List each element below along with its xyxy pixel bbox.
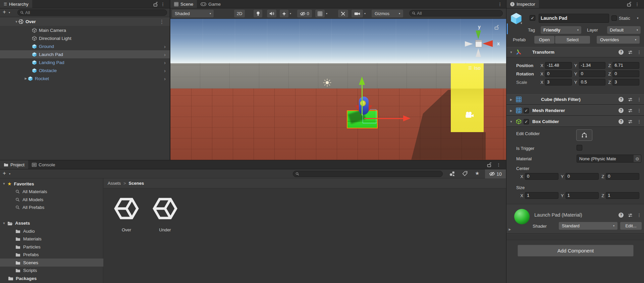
open-prefab-chevron-icon[interactable]: ›: [164, 68, 166, 73]
mesh-renderer-enabled-checkbox[interactable]: ✓: [524, 108, 529, 113]
prefab-icon-caret[interactable]: ▾: [521, 21, 522, 25]
lighting-toggle-button[interactable]: [254, 10, 262, 17]
lock-icon[interactable]: [487, 162, 491, 167]
tree-all-models[interactable]: All Models: [0, 195, 103, 204]
tools-button[interactable]: [338, 10, 348, 17]
fold-open-icon[interactable]: ▼: [2, 222, 6, 225]
gizmo-minus-y-cone[interactable]: [476, 48, 481, 57]
filter-by-type-icon[interactable]: [449, 171, 455, 176]
project-search-input[interactable]: [293, 171, 443, 177]
scene-row-menu-icon[interactable]: ⋮: [159, 19, 164, 25]
hierarchy-item-launch-pad[interactable]: Launch Pad ›: [0, 50, 170, 58]
fold-open-icon[interactable]: ▼: [14, 20, 18, 23]
inspector-menu-icon[interactable]: ⋮: [635, 2, 639, 7]
gizmo-y-cone[interactable]: [476, 31, 481, 39]
scale-x-field[interactable]: 3: [545, 79, 572, 86]
view-lock-icon[interactable]: [494, 25, 499, 30]
help-icon[interactable]: ?: [619, 97, 624, 102]
asset-over[interactable]: Over: [113, 196, 140, 232]
hierarchy-item-directional-light[interactable]: Directional Light: [0, 34, 170, 42]
component-menu-icon[interactable]: ⋮: [637, 50, 641, 55]
hidden-objects-button[interactable]: 0: [297, 10, 312, 17]
favorites-star-icon[interactable]: ★: [475, 170, 479, 176]
rotation-x-field[interactable]: 0: [545, 70, 572, 77]
size-y-field[interactable]: 1: [566, 192, 599, 199]
center-y-field[interactable]: 0: [566, 173, 599, 180]
hierarchy-search-input[interactable]: All: [17, 9, 167, 16]
size-z-field[interactable]: 1: [606, 192, 639, 199]
box-collider-enabled-checkbox[interactable]: ✓: [524, 119, 529, 124]
hierarchy-item-main-camera[interactable]: Main Camera: [0, 26, 170, 34]
scene-viewport[interactable]: y x ☰ Iso: [170, 19, 506, 160]
open-prefab-chevron-icon[interactable]: ›: [164, 52, 166, 57]
tree-folder-scenes[interactable]: Scenes: [0, 259, 103, 267]
tree-favorites[interactable]: ▼ ★ Favorites: [0, 180, 103, 188]
view-mode-label[interactable]: ☰ Iso: [468, 65, 481, 71]
open-prefab-chevron-icon[interactable]: ›: [164, 44, 166, 49]
tab-console[interactable]: Console: [28, 160, 59, 169]
component-menu-icon[interactable]: ⋮: [637, 119, 641, 124]
tab-inspector[interactable]: i Inspector: [506, 0, 539, 8]
gizmo-center-handle[interactable]: [360, 100, 366, 106]
tree-folder-audio[interactable]: Audio: [0, 227, 103, 235]
mesh-renderer-header[interactable]: ▶ ✓ Mesh Renderer ? ⋮: [506, 105, 644, 116]
position-y-field[interactable]: -1.34: [579, 62, 606, 69]
presets-icon[interactable]: [628, 108, 633, 113]
shader-dropdown[interactable]: Standard ▾: [559, 222, 618, 230]
orientation-gizmo[interactable]: y x ☰ Iso: [462, 23, 504, 74]
tag-dropdown[interactable]: Friendly ▾: [541, 26, 581, 34]
grid-snap-button[interactable]: [315, 10, 325, 17]
gameobject-name-field[interactable]: Launch Pad: [539, 14, 609, 23]
tab-hierarchy[interactable]: ☰ Hierarchy: [0, 0, 32, 8]
gizmo-y-axis-line[interactable]: [362, 84, 363, 115]
tab-game[interactable]: Game: [197, 0, 224, 8]
lock-icon[interactable]: [627, 2, 631, 7]
breadcrumb-root[interactable]: Assets: [108, 181, 121, 186]
material-edit-button[interactable]: Edit...: [620, 222, 642, 230]
layer-dropdown[interactable]: Default ▾: [607, 26, 641, 34]
fold-open-icon[interactable]: ▼: [509, 51, 513, 54]
fold-open-icon[interactable]: ▼: [2, 182, 6, 185]
create-button[interactable]: +: [3, 9, 6, 15]
scene-search-input[interactable]: All: [409, 10, 503, 16]
component-menu-icon[interactable]: ⋮: [637, 213, 641, 218]
position-x-field[interactable]: -11.48: [545, 62, 572, 69]
create-button[interactable]: +: [3, 170, 6, 177]
scale-z-field[interactable]: 3: [612, 79, 639, 86]
hierarchy-menu-icon[interactable]: ⋮: [161, 2, 165, 7]
rotation-z-field[interactable]: 0: [612, 70, 639, 77]
center-x-field[interactable]: 0: [525, 173, 558, 180]
help-icon[interactable]: ?: [619, 108, 624, 113]
presets-icon[interactable]: [628, 97, 633, 102]
component-menu-icon[interactable]: ⋮: [637, 97, 641, 102]
size-x-field[interactable]: 1: [525, 192, 558, 199]
fold-closed-icon[interactable]: ▶: [24, 77, 28, 80]
hierarchy-item-ground[interactable]: Ground ›: [0, 42, 170, 50]
component-menu-icon[interactable]: ⋮: [637, 108, 641, 113]
asset-under[interactable]: Under: [152, 196, 178, 232]
gizmos-dropdown[interactable]: Gizmos ▾: [372, 10, 403, 17]
tab-project[interactable]: Project: [0, 160, 28, 169]
gizmo-minus-x-cone[interactable]: [465, 41, 473, 47]
tree-all-prefabs[interactable]: All Prefabs: [0, 204, 103, 212]
gizmo-x-arrowhead[interactable]: [403, 115, 411, 121]
presets-icon[interactable]: [628, 50, 633, 55]
is-trigger-checkbox[interactable]: [577, 145, 582, 151]
hierarchy-item-obstacle[interactable]: Obstacle ›: [0, 66, 170, 74]
camera-caret-icon[interactable]: ▾: [364, 12, 366, 15]
effects-caret-icon[interactable]: ▾: [290, 12, 291, 15]
scene-menu-icon[interactable]: ⋮: [498, 2, 502, 7]
box-collider-header[interactable]: ▼ ✓ Box Collider ? ⋮: [506, 116, 644, 127]
grid-caret-icon[interactable]: ▾: [326, 12, 327, 15]
edit-collider-button[interactable]: [576, 129, 592, 141]
2d-toggle-button[interactable]: 2D: [234, 10, 245, 17]
gizmo-y-arrowhead[interactable]: [359, 76, 365, 85]
transform-header[interactable]: ▼ Transform ? ⋮: [506, 47, 644, 57]
fold-closed-icon[interactable]: ▶: [509, 109, 513, 112]
open-prefab-chevron-icon[interactable]: ›: [164, 60, 166, 65]
active-checkbox[interactable]: ✓: [530, 15, 535, 21]
prefab-select-button[interactable]: Select: [555, 36, 590, 44]
tree-all-materials[interactable]: All Materials: [0, 188, 103, 196]
gizmo-cube[interactable]: [475, 40, 482, 47]
tree-folder-scripts[interactable]: Scripts: [0, 267, 103, 275]
